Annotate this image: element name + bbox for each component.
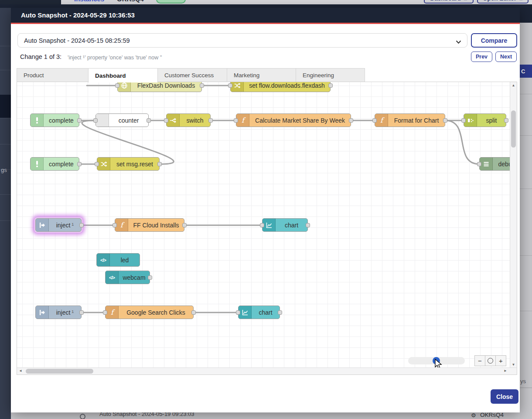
node-switch[interactable]: switch — [166, 113, 211, 127]
node-label: Format for Chart — [388, 114, 445, 127]
zoom-reset-icon — [488, 358, 493, 364]
create-snapshot-button-fragment[interactable]: C — [520, 65, 532, 78]
zoom-slider[interactable] — [408, 357, 465, 364]
zoom-slider-thumb[interactable] — [433, 357, 440, 364]
close-button[interactable]: Close — [491, 389, 518, 404]
change-detail-text: 'inject ¹' property 'once' was 'true' no… — [68, 55, 162, 61]
chart-line-icon — [263, 219, 276, 231]
svg-text:f: f — [242, 116, 246, 124]
output-port — [157, 162, 162, 166]
scroll-right-arrow[interactable]: ► — [504, 369, 507, 373]
zoom-controls: − + — [475, 355, 506, 366]
input-port — [95, 162, 99, 166]
compare-button[interactable]: Compare — [471, 33, 517, 48]
node-calculate-market-share[interactable]: fCalculate Market Share By Week — [236, 113, 351, 127]
scroll-up-arrow[interactable]: ▲ — [510, 83, 517, 87]
nav-breadcrumb-project: OKRsQ4 — [117, 0, 144, 3]
node-label: FF Cloud Installs — [128, 219, 184, 231]
node-set-flow-downloads-flexdash[interactable]: set flow.downloads.flexdash — [230, 82, 331, 92]
horizontal-scrollbar[interactable]: ◄ ► — [17, 367, 517, 374]
snapshot-select[interactable]: Auto Snapshot - 2024-05-15 08:25:59 — [17, 33, 467, 48]
input-port — [164, 118, 168, 123]
sidebar-item-label-fragment[interactable]: gs — [1, 167, 7, 173]
chevron-down-icon — [456, 38, 461, 45]
node-format-for-chart[interactable]: fFormat for Chart — [375, 113, 445, 127]
prev-button[interactable]: Prev — [471, 52, 492, 62]
input-port — [93, 118, 98, 123]
tab-dashboard[interactable]: Dashboard — [88, 68, 158, 82]
scroll-down-arrow[interactable]: ▼ — [510, 363, 517, 367]
nav-breadcrumb-instances[interactable]: Instances — [74, 0, 104, 3]
output-port — [77, 162, 82, 166]
flow-wire — [445, 120, 479, 164]
code-icon: </> — [106, 271, 119, 284]
exclamation-icon — [31, 114, 44, 127]
node-google-search-clicks[interactable]: fGoogle Search Clicks — [105, 306, 194, 319]
flow-canvas-viewport: − + FlexDash Downloadsset flow.downloads… — [17, 82, 517, 375]
tab-customer-success[interactable]: Customer Success — [157, 68, 227, 82]
dashboard-button[interactable]: Dashboard ⧉ — [424, 0, 474, 3]
node-split[interactable]: split — [464, 113, 506, 127]
tab-engineering[interactable]: Engineering — [296, 68, 365, 82]
chart-line-icon — [239, 306, 252, 319]
snapshot-select-value: Auto Snapshot - 2024-05-15 08:25:59 — [24, 37, 130, 44]
input-port — [372, 118, 377, 123]
change-icon — [97, 158, 110, 170]
vertical-scroll-thumb[interactable] — [511, 110, 516, 148]
zoom-in-button[interactable]: + — [495, 355, 506, 366]
node-ff-cloud-installs[interactable]: fFF Cloud Installs — [115, 218, 184, 232]
node-label: inject1 — [49, 306, 81, 319]
debug-icon — [480, 158, 493, 170]
fork-icon — [167, 114, 180, 127]
node-counter[interactable]: counter — [95, 113, 149, 127]
external-link-icon: ⧉ — [518, 0, 523, 2]
vertical-scrollbar[interactable]: ▲ ▼ — [510, 82, 517, 368]
function-icon: f — [106, 306, 119, 319]
top-dark-band — [0, 4, 532, 8]
split-icon — [464, 114, 477, 127]
output-port — [148, 275, 152, 280]
input-port — [461, 118, 466, 123]
flow-canvas[interactable]: − + FlexDash Downloadsset flow.downloads… — [17, 82, 510, 367]
node-inject-1[interactable]: inject1 — [35, 218, 82, 232]
node-debug[interactable]: debug — [479, 157, 510, 171]
scroll-left-arrow[interactable]: ◄ — [19, 369, 22, 373]
app-sidebar: gs — [0, 8, 11, 419]
node-chart-2[interactable]: chart — [238, 306, 280, 319]
node-complete-2[interactable]: complete — [30, 157, 79, 171]
node-chart-1[interactable]: chart — [262, 218, 308, 232]
inject-arrow-icon — [36, 306, 49, 319]
node-label: switch — [180, 114, 210, 127]
change-icon — [231, 82, 244, 92]
snapshot-list-item[interactable]: Auto Snapshot - 2024-05-19 09:23:03 — [99, 412, 194, 417]
change-counter-label: Change 1 of 3: — [20, 53, 61, 60]
globe-icon — [118, 82, 131, 92]
open-editor-button[interactable]: Open Editor ⧉ — [477, 0, 529, 3]
sidebar-active-item[interactable] — [0, 95, 11, 118]
output-port — [200, 83, 204, 88]
input-port — [260, 223, 264, 227]
node-set-msg-reset[interactable]: set msg.reset — [97, 157, 160, 171]
horizontal-scroll-thumb[interactable] — [26, 369, 93, 374]
output-port — [349, 118, 353, 123]
node-flexdash-downloads[interactable]: FlexDash Downloads — [117, 82, 202, 92]
next-button[interactable]: Next — [495, 52, 517, 62]
input-port — [228, 83, 232, 88]
output-port — [306, 223, 310, 227]
none-icon — [96, 114, 109, 127]
tab-product[interactable]: Product — [17, 68, 89, 82]
node-inject-2[interactable]: inject1 — [35, 306, 82, 319]
code-icon: </> — [97, 254, 110, 266]
input-port — [234, 118, 238, 123]
node-complete-1[interactable]: complete — [30, 113, 79, 127]
gear-icon: ⚙ — [471, 412, 476, 419]
node-webcam[interactable]: </>webcam — [105, 271, 150, 284]
tab-marketing[interactable]: Marketing — [227, 68, 296, 82]
exclamation-icon — [31, 158, 44, 170]
zoom-reset-button[interactable] — [485, 355, 496, 366]
input-port — [103, 310, 107, 315]
node-led[interactable]: </>led — [96, 253, 140, 267]
page-bottom-strip: Auto Snapshot - 2024-05-19 09:23:03 ⚙ OK… — [11, 412, 520, 419]
text-fragment: ys — [520, 378, 526, 385]
zoom-out-button[interactable]: − — [474, 355, 485, 366]
